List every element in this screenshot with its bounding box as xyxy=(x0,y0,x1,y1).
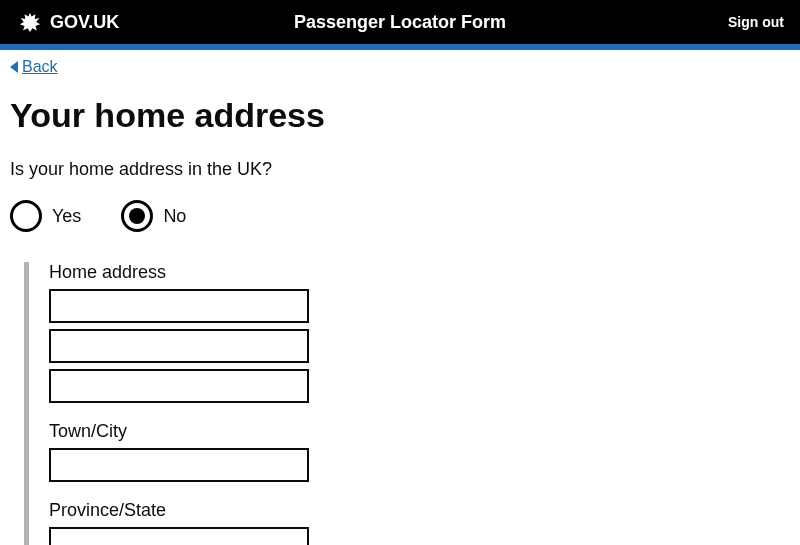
radio-circle-icon xyxy=(10,200,42,232)
radio-yes-label: Yes xyxy=(52,206,81,227)
home-address-label: Home address xyxy=(49,262,790,283)
radio-group: Yes No xyxy=(10,200,790,232)
caret-left-icon xyxy=(10,61,18,73)
town-city-label: Town/City xyxy=(49,421,790,442)
crown-icon xyxy=(16,10,44,34)
radio-no[interactable]: No xyxy=(121,200,186,232)
radio-yes[interactable]: Yes xyxy=(10,200,81,232)
page-title: Your home address xyxy=(10,96,790,135)
site-name: GOV.UK xyxy=(50,12,119,33)
province-state-label: Province/State xyxy=(49,500,790,521)
sign-out-link[interactable]: Sign out xyxy=(728,14,784,30)
service-title: Passenger Locator Form xyxy=(294,12,506,33)
govuk-logo[interactable]: GOV.UK xyxy=(16,10,119,34)
main-content: Back Your home address Is your home addr… xyxy=(0,50,800,545)
province-state-input[interactable] xyxy=(49,527,309,545)
radio-no-label: No xyxy=(163,206,186,227)
home-address-line3-input[interactable] xyxy=(49,369,309,403)
question-label: Is your home address in the UK? xyxy=(10,159,790,180)
home-address-line1-input[interactable] xyxy=(49,289,309,323)
radio-selected-dot-icon xyxy=(129,208,145,224)
back-label: Back xyxy=(22,58,58,76)
town-city-input[interactable] xyxy=(49,448,309,482)
radio-circle-icon xyxy=(121,200,153,232)
home-address-line2-input[interactable] xyxy=(49,329,309,363)
conditional-fields: Home address Town/City Province/State xyxy=(24,262,790,545)
back-link[interactable]: Back xyxy=(10,58,58,76)
site-header: GOV.UK Passenger Locator Form Sign out xyxy=(0,0,800,44)
